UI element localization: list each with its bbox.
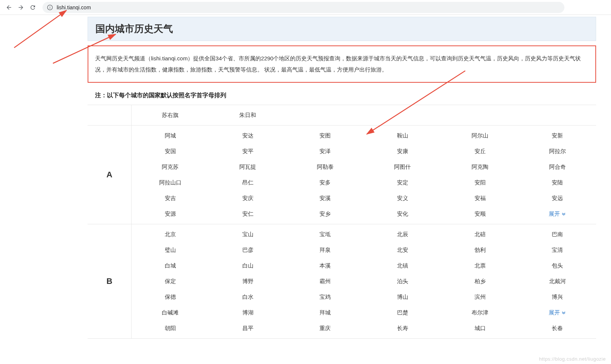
city-link[interactable]: 朝阳 bbox=[132, 325, 209, 332]
cities-column: 苏右旗朱日和 bbox=[132, 105, 596, 125]
city-link[interactable]: 泊头 bbox=[364, 278, 441, 285]
arrow-right-icon bbox=[18, 4, 24, 11]
forward-button[interactable] bbox=[16, 2, 26, 13]
city-link[interactable]: 白城 bbox=[132, 262, 209, 269]
city-link[interactable]: 城口 bbox=[441, 325, 519, 332]
city-link[interactable]: 拜城 bbox=[286, 309, 364, 316]
city-link[interactable]: 阿合奇 bbox=[519, 164, 596, 171]
city-link[interactable]: 巴彦 bbox=[209, 247, 287, 254]
city-link[interactable]: 北辰 bbox=[364, 231, 441, 238]
city-link[interactable]: 白水 bbox=[209, 294, 287, 301]
city-link[interactable]: 安远 bbox=[519, 195, 596, 202]
city-link[interactable]: 博山 bbox=[364, 294, 441, 301]
city-link[interactable]: 霸州 bbox=[286, 278, 364, 285]
city-link[interactable]: 阿城 bbox=[132, 132, 209, 139]
city-link[interactable]: 宝山 bbox=[209, 231, 287, 238]
city-link[interactable]: 安达 bbox=[209, 132, 287, 139]
city-link[interactable]: 安平 bbox=[209, 148, 287, 155]
city-link[interactable]: 北镇 bbox=[364, 262, 441, 269]
city-link[interactable]: 安吉 bbox=[132, 195, 209, 202]
city-link[interactable]: 保定 bbox=[132, 278, 209, 285]
address-bar[interactable]: lishi.tianqi.com bbox=[42, 2, 564, 13]
city-link[interactable]: 拜泉 bbox=[286, 247, 364, 254]
city-line: 璧山巴彦拜泉北安勃利宝清 bbox=[132, 242, 596, 258]
city-link[interactable]: 阿瓦提 bbox=[209, 164, 287, 171]
city-link[interactable]: 阿拉山口 bbox=[132, 179, 209, 186]
city-link[interactable]: 安源 bbox=[132, 211, 209, 218]
city-link[interactable]: 鞍山 bbox=[364, 132, 441, 139]
back-button[interactable] bbox=[4, 2, 14, 13]
city-link[interactable]: 安定 bbox=[364, 179, 441, 186]
city-link[interactable]: 博湖 bbox=[209, 309, 287, 316]
city-link[interactable]: 长春 bbox=[519, 325, 596, 332]
city-link[interactable]: 安丘 bbox=[441, 148, 519, 155]
city-link[interactable]: 安庆 bbox=[209, 195, 287, 202]
cities-column: 阿城安达安图鞍山阿尔山安新安国安平安泽安康安丘阿拉尔阿克苏阿瓦提阿勒泰阿图什阿克… bbox=[132, 126, 596, 224]
city-link[interactable]: 白碱滩 bbox=[132, 309, 209, 316]
city-link[interactable]: 长寿 bbox=[364, 325, 441, 332]
city-line: 安国安平安泽安康安丘阿拉尔 bbox=[132, 143, 596, 159]
city-link[interactable]: 北票 bbox=[441, 262, 519, 269]
city-link[interactable]: 博野 bbox=[209, 278, 287, 285]
city-link[interactable]: 朱日和 bbox=[209, 112, 287, 119]
city-link[interactable]: 阿克苏 bbox=[132, 164, 209, 171]
city-link[interactable]: 滨州 bbox=[441, 294, 519, 301]
chevron-down-icon bbox=[561, 310, 566, 315]
city-link[interactable]: 安多 bbox=[286, 179, 364, 186]
city-link[interactable]: 安陆 bbox=[519, 179, 596, 186]
city-link[interactable]: 宝清 bbox=[519, 247, 596, 254]
city-line: 北京宝山宝坻北辰北碚巴南 bbox=[132, 227, 596, 242]
city-link[interactable]: 宝鸡 bbox=[286, 294, 364, 301]
city-link[interactable]: 阿尔山 bbox=[441, 132, 519, 139]
city-link[interactable]: 巴南 bbox=[519, 231, 596, 238]
info-icon bbox=[47, 4, 53, 10]
city-link[interactable]: 昌平 bbox=[209, 325, 287, 332]
city-link[interactable]: 苏右旗 bbox=[132, 112, 209, 119]
expand-label: 展开 bbox=[549, 309, 560, 316]
city-link[interactable]: 重庆 bbox=[286, 325, 364, 332]
city-link[interactable]: 本溪 bbox=[286, 262, 364, 269]
city-line: 安源安仁安乡安化安顺展开 bbox=[132, 206, 596, 222]
city-line: 白城白山本溪北镇北票包头 bbox=[132, 258, 596, 273]
expand-button[interactable]: 展开 bbox=[519, 309, 596, 316]
page-content: 国内城市历史天气 天气网历史天气频道（lishi.tianqi.com）提供全国… bbox=[0, 17, 611, 339]
city-link[interactable]: 安福 bbox=[441, 195, 519, 202]
city-link[interactable]: 白山 bbox=[209, 262, 287, 269]
city-link[interactable]: 阿图什 bbox=[364, 164, 441, 171]
city-link[interactable]: 安图 bbox=[286, 132, 364, 139]
expand-button[interactable]: 展开 bbox=[519, 211, 596, 218]
city-link[interactable]: 安乡 bbox=[286, 211, 364, 218]
city-link[interactable]: 安康 bbox=[364, 148, 441, 155]
city-link[interactable]: 北安 bbox=[364, 247, 441, 254]
city-link[interactable]: 安国 bbox=[132, 148, 209, 155]
city-link[interactable]: 北碚 bbox=[441, 231, 519, 238]
city-link[interactable]: 阿勒泰 bbox=[286, 164, 364, 171]
city-link[interactable]: 阿克陶 bbox=[441, 164, 519, 171]
city-line: 朝阳昌平重庆长寿城口长春 bbox=[132, 320, 596, 336]
city-link[interactable]: 布尔津 bbox=[441, 309, 519, 316]
city-link[interactable]: 勃利 bbox=[441, 247, 519, 254]
city-link[interactable]: 博兴 bbox=[519, 294, 596, 301]
city-section-row: 苏右旗朱日和 bbox=[88, 105, 596, 126]
city-link[interactable]: 安化 bbox=[364, 211, 441, 218]
city-link[interactable]: 安义 bbox=[364, 195, 441, 202]
city-link[interactable]: 宝坻 bbox=[286, 231, 364, 238]
city-link[interactable]: 昂仁 bbox=[209, 179, 287, 186]
city-link[interactable]: 保德 bbox=[132, 294, 209, 301]
page-title: 国内城市历史天气 bbox=[95, 22, 588, 35]
city-link[interactable]: 安新 bbox=[519, 132, 596, 139]
refresh-button[interactable] bbox=[28, 2, 38, 13]
city-link[interactable]: 安顺 bbox=[441, 211, 519, 218]
city-link[interactable]: 柏乡 bbox=[441, 278, 519, 285]
city-link[interactable]: 安溪 bbox=[286, 195, 364, 202]
city-link[interactable]: 北戴河 bbox=[519, 278, 596, 285]
city-link[interactable]: 巴楚 bbox=[364, 309, 441, 316]
city-link[interactable]: 璧山 bbox=[132, 247, 209, 254]
city-link[interactable]: 包头 bbox=[519, 262, 596, 269]
city-link[interactable]: 北京 bbox=[132, 231, 209, 238]
city-link[interactable]: 安仁 bbox=[209, 211, 287, 218]
city-link[interactable]: 安泽 bbox=[286, 148, 364, 155]
city-link[interactable]: 安阳 bbox=[441, 179, 519, 186]
city-link[interactable]: 阿拉尔 bbox=[519, 148, 596, 155]
page-header: 国内城市历史天气 bbox=[88, 17, 596, 41]
